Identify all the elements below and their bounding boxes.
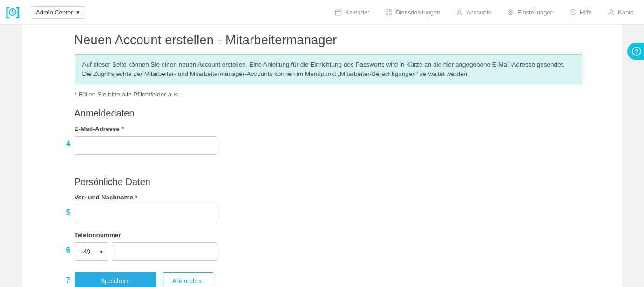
caret-down-icon: ▼ (99, 249, 104, 254)
admin-center-label: Admin Center (36, 9, 73, 16)
phone-number-input[interactable] (112, 242, 217, 261)
nav-hilfe[interactable]: ? Hilfe (569, 9, 592, 16)
svg-rect-12 (389, 13, 391, 14)
section-personal-heading: Persönliche Daten (75, 177, 582, 187)
section-divider (75, 166, 582, 166)
nav-kalender-label: Kalender (345, 9, 369, 16)
svg-point-13 (458, 10, 461, 13)
top-nav: Kalender Dienstleistungen Accounts Einst… (335, 9, 638, 16)
marker-4: 4 (66, 139, 70, 149)
nav-dienst-label: Dienstleistungen (395, 9, 440, 16)
svg-point-15 (510, 11, 512, 13)
save-button[interactable]: Speichern (75, 272, 156, 287)
svg-text:[: [ (6, 6, 9, 18)
nav-dienstleistungen[interactable]: Dienstleistungen (385, 9, 440, 16)
svg-point-14 (508, 10, 513, 14)
nav-hilfe-label: Hilfe (580, 9, 592, 16)
phone-prefix-select[interactable]: +49 ▼ (75, 242, 108, 261)
admin-center-dropdown[interactable]: Admin Center ▼ (31, 6, 85, 19)
nav-konto[interactable]: Konto (608, 9, 634, 16)
svg-rect-5 (336, 10, 341, 15)
caret-down-icon: ▼ (75, 10, 80, 15)
svg-rect-10 (389, 9, 391, 11)
phone-label: Telefonnummer (75, 232, 582, 239)
svg-point-22 (610, 10, 613, 13)
marker-5: 5 (66, 208, 70, 217)
svg-rect-9 (386, 9, 388, 11)
svg-line-3 (13, 12, 14, 13)
nav-konto-label: Konto (618, 9, 634, 16)
logo-icon: [ ] (6, 5, 20, 19)
nav-kalender[interactable]: Kalender (335, 9, 369, 16)
top-header: [ ] Admin Center ▼ Kalender Dienstleistu… (0, 0, 644, 25)
nav-accounts-label: Accounts (466, 9, 491, 16)
nav-einstellungen-label: Einstellungen (517, 9, 554, 16)
marker-7: 7 (66, 276, 70, 285)
section-login-heading: Anmeldedaten (75, 108, 582, 119)
name-field-group: 5 Vor- und Nachname * (75, 194, 582, 223)
page-title: Neuen Account erstellen - Mitarbeiterman… (75, 33, 582, 48)
cancel-button[interactable]: Abbrechen (163, 272, 213, 287)
phone-prefix-value: +49 (80, 248, 91, 255)
marker-6: 6 (66, 246, 70, 255)
nav-accounts[interactable]: Accounts (456, 9, 491, 16)
button-row: 7 Speichern Abbrechen (75, 272, 582, 287)
email-label: E-Mail-Adresse * (75, 125, 582, 132)
svg-text:?: ? (635, 48, 638, 55)
main-content: Neuen Account erstellen - Mitarbeiterman… (22, 25, 622, 287)
email-input[interactable] (75, 136, 217, 155)
help-fab[interactable]: ? (627, 43, 644, 60)
svg-text:?: ? (572, 10, 574, 14)
svg-rect-11 (386, 13, 388, 14)
name-input[interactable] (75, 205, 217, 223)
phone-field-group: 6 Telefonnummer +49 ▼ (75, 232, 582, 261)
email-field-group: 4 E-Mail-Adresse * (75, 125, 582, 155)
svg-text:]: ] (16, 6, 20, 18)
name-label: Vor- und Nachname * (75, 194, 582, 201)
required-fields-note: * Füllen Sie bitte alle Pflichtfelder au… (75, 91, 582, 98)
nav-einstellungen[interactable]: Einstellungen (507, 9, 554, 16)
info-box: Auf dieser Seite können Sie einen neuen … (75, 54, 582, 84)
